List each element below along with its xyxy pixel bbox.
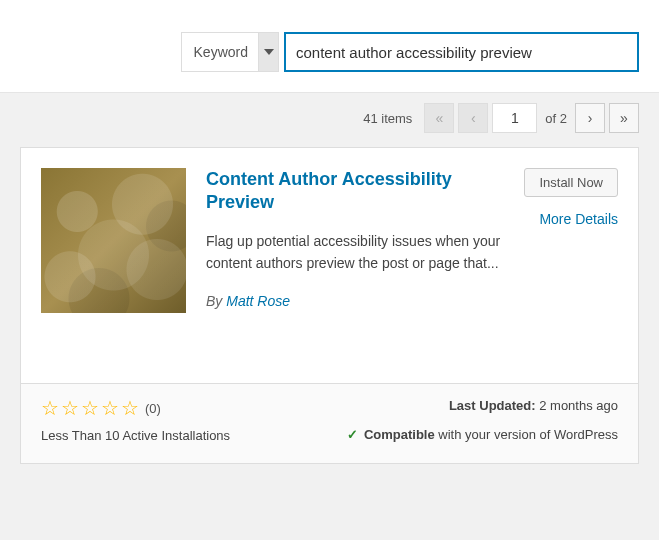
star-icon: ☆: [101, 398, 119, 418]
last-page-button[interactable]: »: [609, 103, 639, 133]
check-icon: ✓: [347, 427, 358, 442]
star-icon: ☆: [81, 398, 99, 418]
plugin-meta-right: Last Updated: 2 months ago ✓ Compatible …: [347, 398, 618, 443]
plugin-actions: Install Now More Details: [524, 168, 618, 363]
last-updated: Last Updated: 2 months ago: [347, 398, 618, 413]
author-link[interactable]: Matt Rose: [226, 293, 290, 309]
search-dropdown-label: Keyword: [182, 44, 258, 60]
install-button[interactable]: Install Now: [524, 168, 618, 197]
star-icon: ☆: [41, 398, 59, 418]
pagination-count: 41 items: [363, 111, 412, 126]
rating-count: (0): [145, 401, 161, 416]
last-updated-value: 2 months ago: [539, 398, 618, 413]
plugin-card-bottom: ☆ ☆ ☆ ☆ ☆ (0) Less Than 10 Active Instal…: [21, 383, 638, 463]
pagination: 41 items « ‹ of 2 › »: [0, 93, 659, 143]
chevron-down-icon: [258, 33, 278, 71]
plugin-title[interactable]: Content Author Accessibility Preview: [206, 168, 504, 215]
last-updated-label: Last Updated:: [449, 398, 536, 413]
plugin-author: By Matt Rose: [206, 293, 504, 309]
search-input[interactable]: [284, 32, 639, 72]
current-page-input[interactable]: [492, 103, 537, 133]
author-prefix: By: [206, 293, 226, 309]
prev-page-button: ‹: [458, 103, 488, 133]
plugin-description: Flag up potential accessibility issues w…: [206, 230, 504, 275]
plugin-meta-left: ☆ ☆ ☆ ☆ ☆ (0) Less Than 10 Active Instal…: [41, 398, 230, 443]
compatible-text: with your version of WordPress: [435, 427, 618, 442]
plugin-rating: ☆ ☆ ☆ ☆ ☆ (0): [41, 398, 230, 418]
plugin-info: Content Author Accessibility Preview Fla…: [206, 168, 504, 363]
more-details-link[interactable]: More Details: [539, 211, 618, 227]
plugin-icon: [41, 168, 186, 313]
page-of-text: of 2: [541, 111, 571, 126]
active-installations: Less Than 10 Active Installations: [41, 428, 230, 443]
plugin-card-top: Content Author Accessibility Preview Fla…: [21, 148, 638, 383]
search-filter-dropdown[interactable]: Keyword: [181, 32, 279, 72]
compatibility: ✓ Compatible with your version of WordPr…: [347, 427, 618, 442]
next-page-button[interactable]: ›: [575, 103, 605, 133]
first-page-button: «: [424, 103, 454, 133]
star-icon: ☆: [61, 398, 79, 418]
compatible-label: Compatible: [364, 427, 435, 442]
star-icon: ☆: [121, 398, 139, 418]
plugin-card: Content Author Accessibility Preview Fla…: [20, 147, 639, 464]
search-bar: Keyword: [0, 0, 659, 93]
